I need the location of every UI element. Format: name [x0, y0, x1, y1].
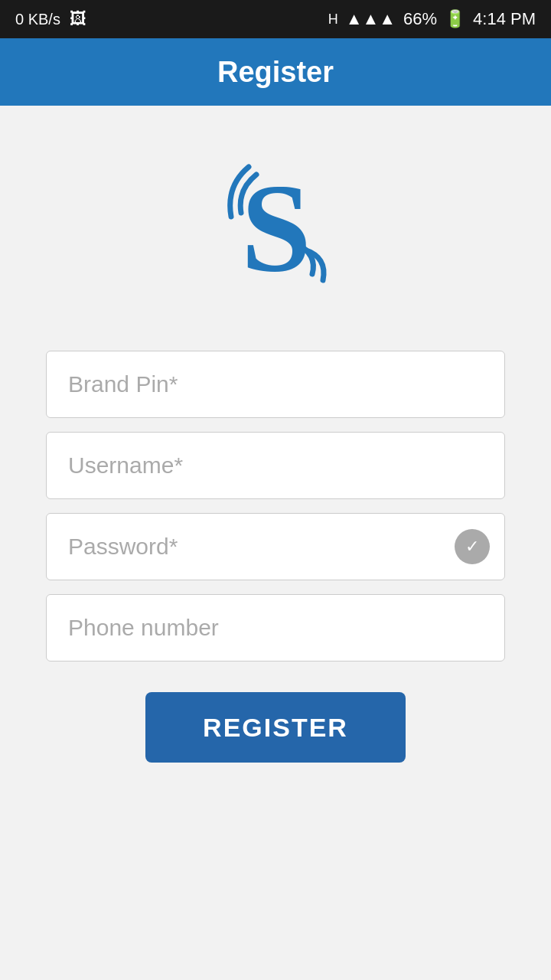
register-form: ✓	[46, 351, 505, 662]
check-icon: ✓	[465, 537, 479, 557]
status-left: 0 KB/s 🖼	[15, 9, 86, 29]
svg-text:S: S	[241, 158, 311, 297]
password-input[interactable]	[46, 513, 505, 580]
register-button[interactable]: REGISTER	[145, 692, 406, 763]
data-speed: 0 KB/s	[15, 11, 60, 28]
logo-container: S	[191, 136, 360, 305]
brand-pin-wrapper	[46, 351, 505, 418]
battery-text: 66%	[403, 9, 437, 29]
brand-pin-input[interactable]	[46, 351, 505, 418]
status-right: H ▲▲▲ 66% 🔋 4:14 PM	[328, 9, 536, 29]
signal-icon: ▲▲▲	[346, 9, 396, 29]
password-wrapper: ✓	[46, 513, 505, 580]
username-wrapper	[46, 432, 505, 499]
page-title: Register	[217, 56, 334, 89]
password-toggle-button[interactable]: ✓	[455, 529, 490, 564]
phone-wrapper	[46, 594, 505, 662]
content-area: S ✓ REGISTER	[0, 106, 551, 980]
phone-input[interactable]	[46, 594, 505, 662]
app-logo: S	[199, 144, 352, 297]
battery-icon: 🔋	[445, 9, 465, 29]
app-bar: Register	[0, 38, 551, 106]
status-bar: 0 KB/s 🖼 H ▲▲▲ 66% 🔋 4:14 PM	[0, 0, 551, 38]
time-display: 4:14 PM	[473, 9, 536, 29]
image-icon: 🖼	[70, 9, 86, 29]
network-icon: H	[328, 11, 338, 28]
username-input[interactable]	[46, 432, 505, 499]
